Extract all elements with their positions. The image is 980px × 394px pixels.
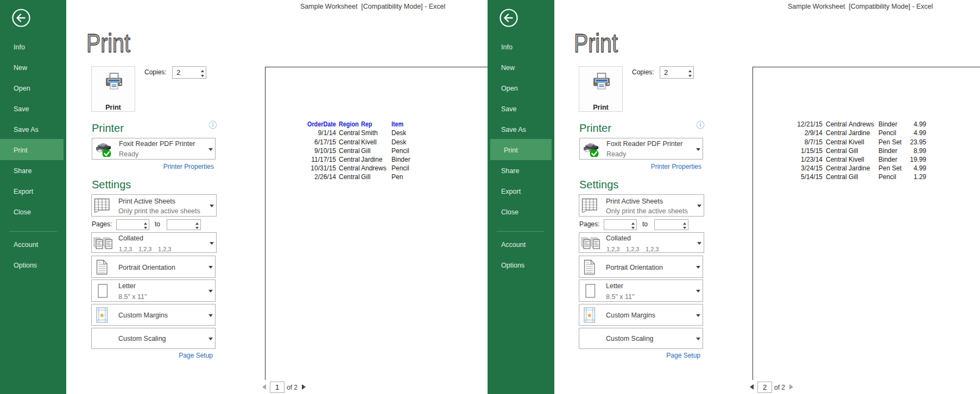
svg-text:★: ★: [99, 312, 105, 319]
svg-text:★: ★: [586, 312, 592, 319]
